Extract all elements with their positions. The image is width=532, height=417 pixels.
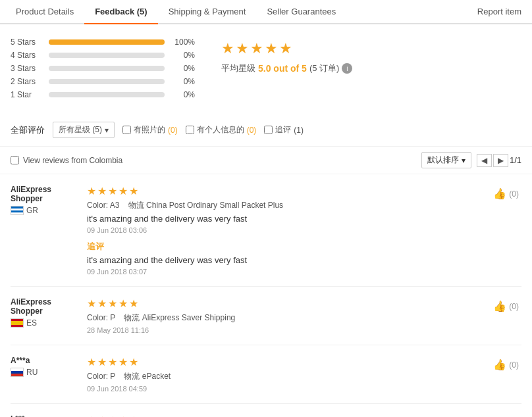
like-button[interactable]: 👍 (0)	[491, 356, 521, 374]
review-stars: ★★★★★	[87, 297, 478, 310]
overall-rating: ★ ★ ★ ★ ★ 平均星级 5.0 out of 5 (5 订单) i	[221, 37, 352, 103]
colombia-row: View reviews from Colombia 默认排序 ▾ ◀ ▶ 1/…	[0, 147, 532, 174]
followup-count: (1)	[294, 126, 304, 135]
tabs-bar: Product Details Feedback (5) Shipping & …	[0, 0, 532, 24]
star-label-2: 2 Stars	[11, 77, 43, 86]
rating-section: 5 Stars 100% 4 Stars 0% 3 Stars 0% 2 Sta…	[0, 24, 532, 116]
followup-filter[interactable]: 追评 (1)	[264, 124, 304, 135]
review-shipping: 物流 AliExpress Saver Shipping	[124, 313, 235, 322]
followup-date: 09 Jun 2018 03:07	[87, 268, 478, 276]
review-star-0-2: ★	[108, 185, 117, 197]
personal-filter[interactable]: 有个人信息的 (0)	[186, 124, 257, 135]
reviewer-name: AliExpress Shopper	[11, 185, 76, 203]
reviews-list: AliExpress Shopper GR ★★★★★ Color: A3 物流…	[0, 174, 532, 417]
page-nav: ◀ ▶ 1/1	[477, 154, 521, 167]
review-actions: 👍 (0)	[489, 356, 521, 393]
report-item-link[interactable]: Report item	[472, 0, 527, 23]
prev-page-button[interactable]: ◀	[477, 154, 492, 167]
like-button[interactable]: 👍 (0)	[491, 297, 521, 315]
review-star-3-4: ★	[129, 414, 138, 417]
review-star-1-1: ★	[97, 297, 107, 310]
country-flag	[11, 318, 24, 328]
like-icon: 👍	[493, 358, 506, 371]
photo-filter[interactable]: 有照片的 (0)	[122, 124, 178, 135]
star-label-1: 1 Star	[11, 90, 43, 99]
review-star-0-4: ★	[129, 185, 138, 197]
star-1: ★	[221, 40, 234, 57]
like-button[interactable]: 👍 (0)	[491, 414, 521, 417]
page-indicator: 1/1	[510, 155, 521, 165]
star-label-3: 3 Stars	[11, 64, 43, 73]
star-row-4: 4 Stars 0%	[11, 51, 195, 60]
reviewer-country: ES	[11, 318, 76, 328]
next-page-button[interactable]: ▶	[493, 154, 508, 167]
bar-bg-2	[49, 79, 165, 84]
tab-guarantees[interactable]: Seller Guarantees	[256, 0, 346, 23]
bar-bg-5	[49, 39, 165, 45]
avg-text: 平均星级 5.0 out of 5 (5 订单) i	[221, 62, 352, 74]
filter-row: 全部评价 所有星级 (5) ▾ 有照片的 (0) 有个人信息的 (0) 追评 (…	[0, 116, 532, 147]
reviewer-country: RU	[11, 368, 76, 377]
review-star-1-4: ★	[129, 297, 138, 310]
review-star-3-2: ★	[108, 414, 117, 417]
followup-section: 追评 it's amazing and the delivery was ver…	[87, 241, 478, 276]
bar-bg-3	[49, 66, 165, 71]
review-color: Color: P	[87, 313, 115, 322]
sort-select[interactable]: 默认排序 ▾	[421, 152, 471, 168]
tab-shipping[interactable]: Shipping & Payment	[158, 0, 257, 23]
review-stars: ★★★★★	[87, 414, 478, 417]
all-reviews-label: 全部评价	[11, 124, 45, 136]
review-star-2-4: ★	[129, 356, 138, 368]
bar-pct-5: 100%	[170, 37, 195, 47]
country-code: GR	[26, 206, 38, 215]
photo-checkbox[interactable]	[122, 126, 131, 134]
like-button[interactable]: 👍 (0)	[491, 185, 521, 203]
bar-pct-3: 0%	[170, 64, 195, 73]
review-star-3-3: ★	[119, 414, 128, 417]
review-color: Color: A3	[87, 201, 119, 210]
review-date: 28 May 2018 11:16	[87, 326, 478, 334]
info-icon[interactable]: i	[342, 63, 352, 74]
review-star-2-0: ★	[87, 356, 96, 368]
star-row-1: 1 Star 0%	[11, 90, 195, 99]
review-actions: 👍 (0)	[489, 185, 521, 276]
like-count: (0)	[509, 302, 519, 311]
star-row-3: 3 Stars 0%	[11, 64, 195, 73]
star-3: ★	[250, 40, 263, 57]
avg-score: 5.0 out of 5	[258, 63, 307, 74]
review-star-3-1: ★	[97, 414, 107, 417]
bar-bg-4	[49, 53, 165, 58]
tab-feedback[interactable]: Feedback (5)	[84, 0, 157, 24]
bar-pct-4: 0%	[170, 51, 195, 60]
star-label-5: 5 Stars	[11, 37, 43, 47]
star-label-4: 4 Stars	[11, 51, 43, 60]
like-icon: 👍	[493, 300, 506, 312]
like-count: (0)	[509, 189, 519, 199]
colombia-checkbox[interactable]	[11, 156, 19, 164]
reviewer-info: A***a RU	[11, 356, 76, 393]
review-star-2-3: ★	[119, 356, 128, 368]
review-shipping: 物流 China Post Ordinary Small Packet Plus	[128, 201, 283, 210]
review-text: it's amazing and the delivery was very f…	[87, 214, 478, 224]
review-meta: Color: A3 物流 China Post Ordinary Small P…	[87, 200, 478, 211]
review-shipping: 物流 ePacket	[124, 372, 171, 381]
stars-filter-label: 所有星级 (5)	[59, 124, 102, 135]
reviewer-name: AliExpress Shopper	[11, 297, 76, 316]
reviewer-info: AliExpress Shopper GR	[11, 185, 76, 276]
followup-checkbox[interactable]	[264, 126, 273, 134]
review-content: ★★★★★ Color: P 物流 AliExpress Saver Shipp…	[87, 297, 478, 334]
like-count: (0)	[509, 360, 519, 370]
review-star-0-1: ★	[97, 185, 107, 197]
followup-label: 追评	[87, 241, 478, 253]
personal-checkbox[interactable]	[186, 126, 194, 134]
followup-label: 追评	[275, 124, 291, 135]
review-content: ★★★★★ Color: A3 物流 China Post Ordinary S…	[87, 185, 478, 276]
stars-filter-select[interactable]: 所有星级 (5) ▾	[53, 122, 115, 138]
review-stars: ★★★★★	[87, 356, 478, 368]
review-star-3-0: ★	[87, 414, 96, 417]
colombia-checkbox-label[interactable]: View reviews from Colombia	[11, 156, 122, 165]
review-actions: 👍 (0)	[489, 414, 521, 417]
review-date: 09 Jun 2018 04:59	[87, 385, 478, 393]
tab-product-details[interactable]: Product Details	[5, 0, 84, 23]
star-4: ★	[265, 40, 278, 57]
